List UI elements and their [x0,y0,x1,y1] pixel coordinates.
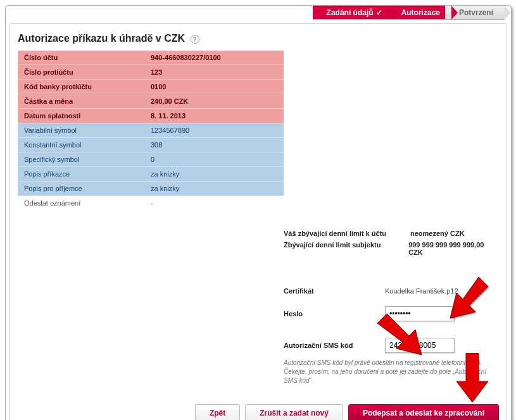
sms-code-label: Autorizační SMS kód [284,342,385,349]
payment-details-table: Číslo účtu940-4660830227/0100 Číslo prot… [18,51,284,211]
step-entry-label: Zadání údajů [327,8,374,17]
table-row: Konstantní symbol308 [18,138,284,152]
table-row: Číslo protiúčtu123 [18,65,284,80]
page-title: Autorizace příkazu k úhradě v CZK ? [18,33,499,44]
limit-account-value: neomezený CZK [410,230,465,237]
sms-hint-text: Autorizační SMS kód byl právě odeslán na… [284,359,499,385]
step-entry: Zadání údajů ✓ [313,6,394,20]
back-button[interactable]: Zpět [195,404,240,420]
table-row: Číslo účtu940-4660830227/0100 [18,51,284,65]
table-row: Odeslat oznámení- [18,196,284,211]
content-box: Autorizace příkazu k úhradě v CZK ? Čísl… [9,23,507,420]
table-row: Popis příkazceza knizky [18,167,284,182]
step-confirm-label: Potvrzení [459,8,493,17]
table-row: Datum splatnosti8. 11. 2013 [18,109,284,123]
submit-button[interactable]: Podepsat a odeslat ke zpracování [348,404,499,420]
limit-subject-label: Zbývající denní limit subjektu [284,241,408,256]
table-row: Specifický symbol0 [18,152,284,167]
table-row: Částka a měna240,00 CZK [18,94,284,109]
limits-block: Váš zbývající denní limit k účtu neomeze… [284,230,499,256]
limit-account-label: Váš zbývající denní limit k účtu [284,230,410,237]
payment-authorization-panel: Zadání údajů ✓ Autorizace Potvrzení Auto… [5,5,512,420]
table-row: Kód banky protiúčtu0100 [18,80,284,94]
certificate-value: Koudelka František.p12 [385,287,458,295]
help-icon[interactable]: ? [191,35,199,44]
certificate-label: Certifikát [284,287,385,295]
limit-subject-value: 999 999 999 999 999,00 CZK [408,241,499,256]
page-title-text: Autorizace příkazu k úhradě v CZK [18,33,185,44]
check-icon: ✓ [376,8,382,17]
password-input[interactable] [385,306,455,321]
table-row: Variabilní symbol1234567890 [18,123,284,138]
button-bar: Zpět Zrušit a zadat nový Podepsat a odes… [18,404,499,420]
cancel-button[interactable]: Zrušit a zadat nový [245,404,343,420]
password-label: Heslo [284,310,385,318]
step-auth-label: Autorizace [401,8,440,17]
table-row: Popis pro příjemceza knizky [18,182,284,196]
auth-block: Certifikát Koudelka František.p12 Heslo … [284,281,499,355]
sms-code-input[interactable] [385,338,455,353]
wizard-steps: Zadání údajů ✓ Autorizace Potvrzení [6,6,505,20]
